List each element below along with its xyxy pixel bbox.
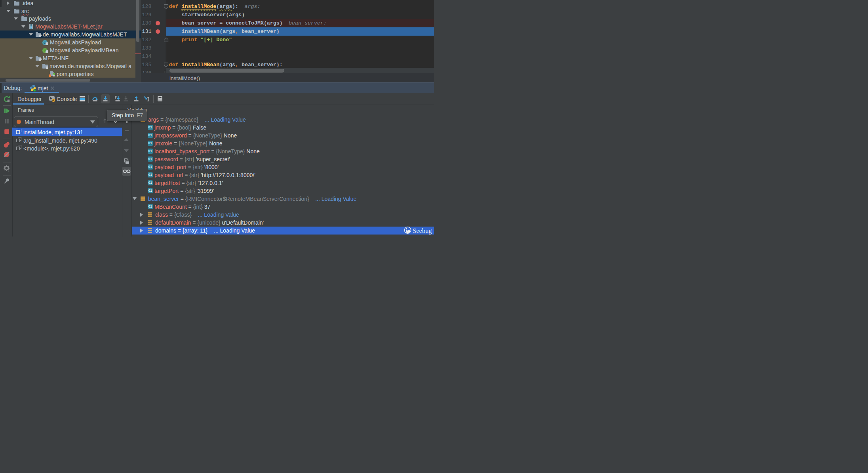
svg-text:Seebug: Seebug [413,227,432,235]
